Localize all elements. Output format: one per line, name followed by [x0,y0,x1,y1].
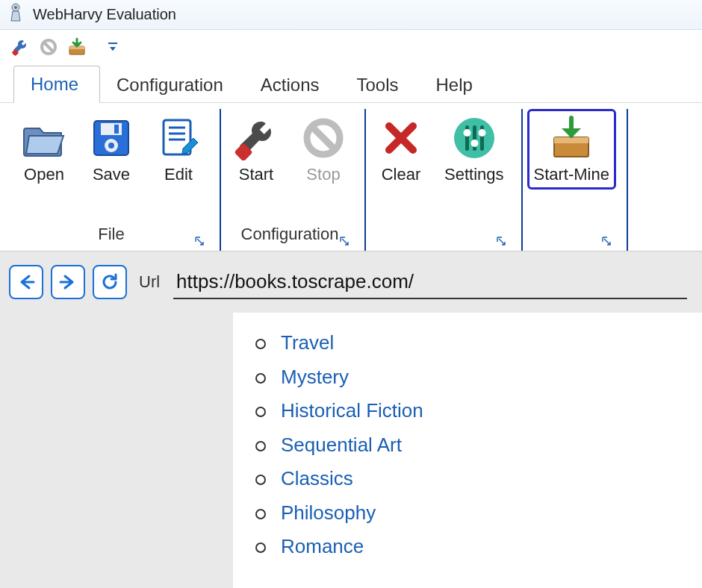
tab-configuration[interactable]: Configuration [100,67,244,103]
clear-button[interactable]: Clear [370,109,432,190]
group-label: File [98,225,124,244]
category-link[interactable]: Sequential Art [281,434,402,456]
category-link[interactable]: Mystery [281,366,349,388]
button-label: Save [93,165,130,184]
tab-help[interactable]: Help [420,67,494,103]
page-body: Travel Mystery Historical Fiction Sequen… [233,313,702,588]
svg-point-24 [463,129,470,137]
prohibit-icon[interactable] [39,37,58,57]
tab-home[interactable]: Home [13,66,100,103]
button-label: Start [239,165,273,184]
ribbon-group-mine: Start-Mine [523,109,628,251]
app-icon [7,3,24,26]
url-input[interactable] [173,266,687,299]
start-button[interactable]: Start [226,109,287,190]
sliders-icon [450,114,498,162]
arrow-right-icon [58,272,78,293]
list-item: Classics [255,462,695,496]
svg-rect-10 [114,125,119,134]
list-item: Historical Fiction [255,394,695,428]
svg-rect-28 [554,137,588,143]
floppy-icon [87,114,135,162]
svg-point-25 [470,140,478,147]
browser-panel: Url Travel Mystery Historical Fiction Se… [0,251,702,588]
category-list: Travel Mystery Historical Fiction Sequen… [255,326,695,564]
svg-line-4 [44,43,53,51]
edit-button[interactable]: Edit [148,109,209,190]
wrench-icon [232,114,280,162]
button-label: Open [24,165,64,184]
open-button[interactable]: Open [13,109,75,190]
url-label: Url [139,272,160,292]
list-item: Romance [255,530,695,564]
document-edit-icon [155,114,202,162]
ribbon-group-file: Open Save [9,109,221,251]
list-item: Mystery [255,360,695,395]
svg-rect-7 [108,43,117,44]
svg-point-12 [108,143,114,148]
forward-button[interactable] [51,265,85,299]
button-label: Start-Mine [534,165,609,184]
group-label: Configuration [241,225,339,244]
dialog-launcher-icon[interactable] [194,231,206,243]
back-button[interactable] [9,265,43,299]
reload-button[interactable] [93,265,127,299]
folder-open-icon [20,114,68,162]
tab-tools[interactable]: Tools [341,67,420,103]
button-label: Settings [444,165,504,184]
wrench-icon[interactable] [10,37,30,57]
tab-label: Actions [261,75,320,95]
url-bar: Url [9,265,702,299]
button-label: Clear [382,165,421,184]
button-label: Stop [306,165,340,184]
ribbon-tabs: Home Configuration Actions Tools Help [0,64,702,103]
list-item: Sequential Art [255,428,695,463]
settings-button[interactable]: Settings [438,109,511,190]
category-link[interactable]: Philosophy [281,501,376,524]
category-link[interactable]: Historical Fiction [281,399,423,422]
tab-label: Tools [357,75,399,95]
customize-dropdown-icon[interactable] [103,37,122,57]
button-label: Edit [164,165,193,184]
reload-icon [99,272,120,293]
tab-label: Configuration [117,75,223,95]
arrow-left-icon [16,272,37,293]
box-download-icon[interactable] [67,37,87,57]
start-mine-button[interactable]: Start-Mine [527,109,616,190]
quick-access-toolbar [0,30,702,64]
x-red-icon [377,114,425,162]
left-gutter [9,313,233,588]
save-button[interactable]: Save [81,109,142,190]
category-link[interactable]: Romance [281,535,364,557]
tab-label: Help [436,75,473,95]
svg-point-1 [14,6,17,9]
ribbon: Open Save [0,103,702,251]
list-item: Travel [255,326,695,360]
list-item: Philosophy [255,496,695,531]
svg-line-19 [313,128,334,148]
category-link[interactable]: Classics [281,467,353,490]
title-bar: WebHarvy Evaluation [0,0,702,30]
dialog-launcher-icon[interactable] [601,231,613,243]
dialog-launcher-icon[interactable] [339,231,351,243]
svg-point-26 [478,129,485,137]
tab-actions[interactable]: Actions [244,67,341,103]
page-content: Travel Mystery Historical Fiction Sequen… [9,313,702,588]
stop-button[interactable]: Stop [293,109,354,190]
ribbon-group-configuration: Start Stop Configuration [221,109,366,251]
dialog-launcher-icon[interactable] [496,231,508,243]
window-title: WebHarvy Evaluation [33,6,176,23]
prohibit-icon [299,114,347,162]
tab-label: Home [31,74,78,94]
box-download-icon [547,114,595,162]
category-link[interactable]: Travel [281,331,334,354]
ribbon-group-misc: Clear Settings [366,109,523,251]
